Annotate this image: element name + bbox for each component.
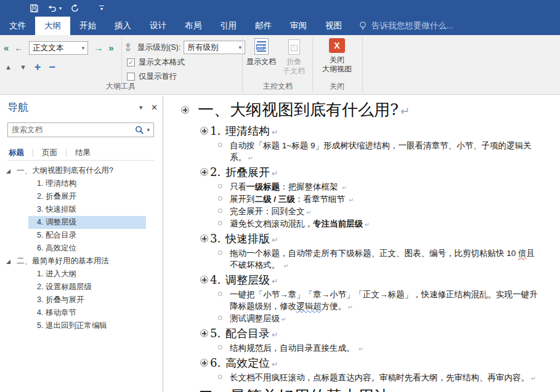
nav-tree-item[interactable]: 4. 调整层级 (0, 216, 163, 229)
body-text[interactable]: 完全展开：回到全文↵ (230, 206, 560, 218)
expand-plus-icon[interactable] (200, 276, 208, 284)
expand-plus-icon[interactable] (200, 329, 208, 337)
heading-text[interactable]: 5.配合目录↵ (210, 327, 278, 340)
move-down-button[interactable]: ▼ (20, 63, 26, 71)
show-level-select[interactable]: 所有级别 ▾ (184, 41, 245, 54)
promote-button[interactable]: ← (14, 42, 23, 54)
outline-heading-2[interactable]: 4.调整层级↵ (164, 273, 560, 289)
nav-tree-item[interactable]: 1. 理清结构 (0, 177, 163, 190)
nav-tree-item[interactable]: 4. 移动章节 (0, 306, 163, 319)
outline-heading-2[interactable]: 1.理清结构↵ (164, 124, 560, 140)
close-pane-icon[interactable]: ✕ (151, 103, 158, 112)
expand-plus-icon[interactable] (181, 106, 189, 114)
outline-heading-2[interactable]: 3.快速排版↵ (164, 231, 560, 247)
outline-heading-1[interactable]: 二、最简单好用的基本用法↵ (164, 385, 560, 392)
body-text[interactable]: 避免长文档滚动混乱，专注当前层级↵ (230, 218, 560, 230)
outline-body-paragraph[interactable]: 避免长文档滚动混乱，专注当前层级↵ (164, 218, 560, 230)
body-circle-icon[interactable] (218, 221, 222, 225)
heading-text[interactable]: 一、大纲视图到底有什么用?↵ (198, 100, 410, 119)
outline-body-paragraph[interactable]: 测试调整层级↵ (164, 313, 560, 325)
body-text[interactable]: 只看一级标题：把握整体框架 ↵ (230, 181, 560, 193)
checkbox-show-first-line-only[interactable]: 仅显示首行 (127, 71, 177, 82)
outline-body-paragraph[interactable]: 一键把「小节→章」「章→小节」「正文→标题」，快速修正结构混乱。实现一键升降标题… (164, 289, 560, 313)
tab-review[interactable]: 审阅 (281, 17, 316, 35)
body-text[interactable]: 自动按「标题 1~标题 9」形成树状缩进结构，一眼看清章节、小节、子项的逻辑关系… (230, 140, 560, 164)
outline-body-paragraph[interactable]: 完全展开：回到全文↵ (164, 206, 560, 218)
collapse-triangle-icon[interactable] (6, 169, 10, 174)
undo-button[interactable]: ▾ (47, 4, 62, 13)
body-circle-icon[interactable] (218, 250, 222, 255)
heading-text[interactable]: 1.理清结构↵ (210, 124, 278, 137)
search-options-dropdown[interactable]: ▾ (147, 127, 150, 133)
body-circle-icon[interactable] (218, 196, 222, 201)
expand-plus-icon[interactable] (200, 127, 208, 135)
heading-text[interactable]: 6.高效定位↵ (210, 356, 278, 369)
outline-heading-2[interactable]: 6.高效定位↵ (164, 356, 560, 372)
nav-tree-item[interactable]: 3. 快速排版 (0, 203, 163, 216)
outline-body-paragraph[interactable]: 只看一级标题：把握整体框架 ↵ (164, 181, 560, 193)
body-text[interactable]: 结构规范后，自动目录直接生成。 ↵ (230, 342, 560, 354)
collapse-subdocuments-button[interactable]: ↑ 折叠子文档 (278, 38, 309, 76)
body-circle-icon[interactable] (218, 316, 222, 320)
customize-quick-access-toolbar-button[interactable]: ▾ (99, 6, 104, 12)
search-input[interactable] (12, 126, 135, 134)
body-circle-icon[interactable] (218, 345, 222, 350)
body-text[interactable]: 拖动一个标题，自动带走所有下级标题、正文、图表、编号，比剪切粘贴快 10 倍且不… (230, 247, 560, 271)
collapse-triangle-icon[interactable] (6, 260, 10, 264)
checkbox-show-text-formatting[interactable]: ✓ 显示文本格式 (127, 57, 185, 68)
outline-body-paragraph[interactable]: 结构规范后，自动目录直接生成。 ↵ (164, 342, 560, 354)
outline-body-paragraph[interactable]: 长文档不用疯狂滚动，点标题直达内容。审稿时先看大纲，先审结构、再审内容。↵ (164, 372, 560, 384)
body-circle-icon[interactable] (218, 209, 222, 213)
demote-to-body-button[interactable]: » (108, 42, 113, 54)
outline-body-paragraph[interactable]: 展开到二级 / 三级：看章节细节 ↵ (164, 193, 560, 206)
body-circle-icon[interactable] (218, 143, 222, 147)
body-circle-icon[interactable] (218, 292, 222, 296)
tab-layout[interactable]: 布局 (176, 17, 211, 35)
tab-mailings[interactable]: 邮件 (246, 17, 281, 35)
promote-to-heading1-button[interactable]: « (4, 42, 9, 54)
heading-text[interactable]: 二、最简单好用的基本用法↵ (198, 387, 401, 392)
tab-file[interactable]: 文件 (0, 17, 35, 35)
nav-tab-标题[interactable]: 标题 (7, 148, 33, 158)
nav-tree-item[interactable]: 3. 折叠与展开 (0, 294, 163, 306)
outline-heading-1[interactable]: 一、大纲视图到底有什么用?↵ (164, 98, 560, 122)
save-button[interactable] (30, 4, 39, 13)
tell-me-box[interactable]: 告诉我您想要做什么... (351, 17, 461, 35)
body-circle-icon[interactable] (218, 375, 222, 379)
pane-options-dropdown[interactable]: ▼ (138, 105, 144, 111)
heading-text[interactable]: 2.折叠展开↵ (210, 166, 278, 178)
demote-button[interactable]: → (94, 42, 103, 54)
outline-body-paragraph[interactable]: 自动按「标题 1~标题 9」形成树状缩进结构，一眼看清章节、小节、子项的逻辑关系… (164, 140, 560, 164)
body-text[interactable]: 长文档不用疯狂滚动，点标题直达内容。审稿时先看大纲，先审结构、再审内容。↵ (230, 372, 560, 384)
nav-tree-item[interactable]: 5. 配合目录 (0, 229, 163, 242)
expand-plus-icon[interactable] (200, 168, 208, 176)
show-document-button[interactable]: 显示文档 (245, 38, 277, 66)
outline-heading-2[interactable]: 5.配合目录↵ (164, 326, 560, 342)
move-up-button[interactable]: ▲ (5, 63, 12, 71)
body-text[interactable]: 展开到二级 / 三级：看章节细节 ↵ (230, 193, 560, 206)
nav-tree-item[interactable]: 1. 进入大纲 (0, 268, 163, 281)
expand-button[interactable]: + (34, 62, 41, 72)
nav-tree-item[interactable]: 二、最简单好用的基本用法 (0, 255, 163, 268)
nav-tree-item[interactable]: 6. 高效定位 (0, 242, 163, 255)
collapse-button[interactable]: − (49, 62, 55, 72)
close-outline-view-button[interactable]: X 关闭大纲视图 (316, 38, 358, 74)
nav-tab-结果[interactable]: 结果 (67, 148, 99, 158)
body-text[interactable]: 一键把「小节→章」「章→小节」「正文→标题」，快速修正结构混乱。实现一键升降标题… (230, 289, 560, 313)
tab-view[interactable]: 视图 (316, 17, 351, 35)
outline-body-paragraph[interactable]: 拖动一个标题，自动带走所有下级标题、正文、图表、编号，比剪切粘贴快 10 倍且不… (164, 247, 560, 271)
expand-plus-icon[interactable] (200, 359, 208, 367)
nav-tree-item[interactable]: 2. 折叠展开 (0, 190, 163, 203)
nav-tree-item[interactable]: 2. 设置标题层级 (0, 281, 163, 294)
tab-references[interactable]: 引用 (211, 17, 246, 35)
nav-tree-item[interactable]: 5. 退出回到正常编辑 (0, 319, 163, 332)
repeat-button[interactable] (70, 4, 79, 13)
tab-outline[interactable]: 大纲 (35, 17, 70, 35)
tab-home[interactable]: 开始 (70, 17, 105, 35)
outline-heading-2[interactable]: 2.折叠展开↵ (164, 165, 560, 181)
body-text[interactable]: 测试调整层级↵ (230, 313, 560, 325)
outline-level-select[interactable]: 正文文本 ▾ (29, 41, 88, 55)
heading-text[interactable]: 3.快速排版↵ (210, 232, 278, 245)
undo-dropdown-caret[interactable]: ▾ (59, 6, 62, 11)
search-icon[interactable] (135, 126, 144, 135)
